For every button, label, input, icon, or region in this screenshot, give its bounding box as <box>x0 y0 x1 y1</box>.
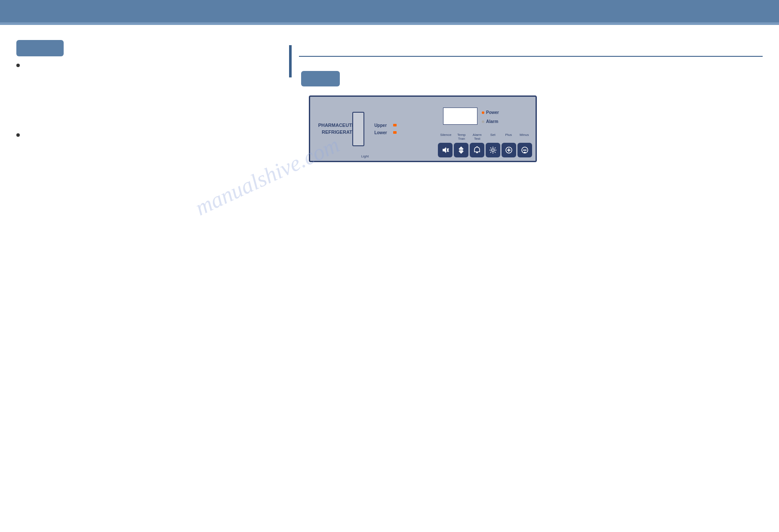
upper-indicator <box>393 124 397 126</box>
lower-indicator <box>393 131 397 134</box>
right-section-button[interactable] <box>301 71 340 86</box>
svg-point-6 <box>492 149 494 151</box>
alarm-indicator-dot <box>482 120 484 123</box>
temperature-display-screen <box>443 108 477 125</box>
fridge-left-section: PHARMACEUTICAL REFRIGERATOR Light <box>310 97 371 161</box>
alarm-test-label: AlarmTest <box>469 133 485 141</box>
fridge-display-section: Upper Lower <box>371 97 436 161</box>
right-divider-line <box>299 56 763 57</box>
power-status-row: Power <box>482 110 499 115</box>
set-label: Set <box>485 133 501 141</box>
temp-tran-button[interactable] <box>454 143 468 157</box>
power-indicator-dot <box>482 111 484 114</box>
set-button[interactable] <box>486 143 500 157</box>
section-divider-bar <box>289 45 292 77</box>
fridge-control-panel: PHARMACEUTICAL REFRIGERATOR Light Upper … <box>309 95 537 162</box>
plus-label: Plus <box>501 133 516 141</box>
fridge-buttons-section: Silence TempTran AlarmTest Set Plus Minu… <box>436 97 536 161</box>
bullet-point-2 <box>16 133 20 137</box>
temp-tran-label: TempTran <box>454 133 469 141</box>
light-label: Light <box>361 154 369 158</box>
left-section-button[interactable] <box>16 40 64 56</box>
bullet-point-1 <box>16 64 20 67</box>
minus-label: Minus <box>517 133 532 141</box>
button-labels-row: Silence TempTran AlarmTest Set Plus Minu… <box>438 133 532 141</box>
silence-label: Silence <box>438 133 453 141</box>
svg-marker-0 <box>443 147 446 153</box>
alarm-status-row: Alarm <box>482 119 498 124</box>
fridge-window <box>352 112 364 146</box>
lower-label: Lower <box>374 130 391 135</box>
alarm-test-button[interactable] <box>470 143 484 157</box>
header-stripe <box>0 22 779 25</box>
upper-label: Upper <box>374 123 391 128</box>
lower-temp-row: Lower <box>374 130 433 135</box>
plus-button[interactable] <box>502 143 516 157</box>
control-buttons-row <box>438 143 532 157</box>
silence-button[interactable] <box>438 143 453 157</box>
power-status-label: Power <box>486 110 499 115</box>
header-bar <box>0 0 779 22</box>
alarm-status-label: Alarm <box>486 119 498 124</box>
minus-button[interactable] <box>517 143 532 157</box>
upper-temp-row: Upper <box>374 123 433 128</box>
